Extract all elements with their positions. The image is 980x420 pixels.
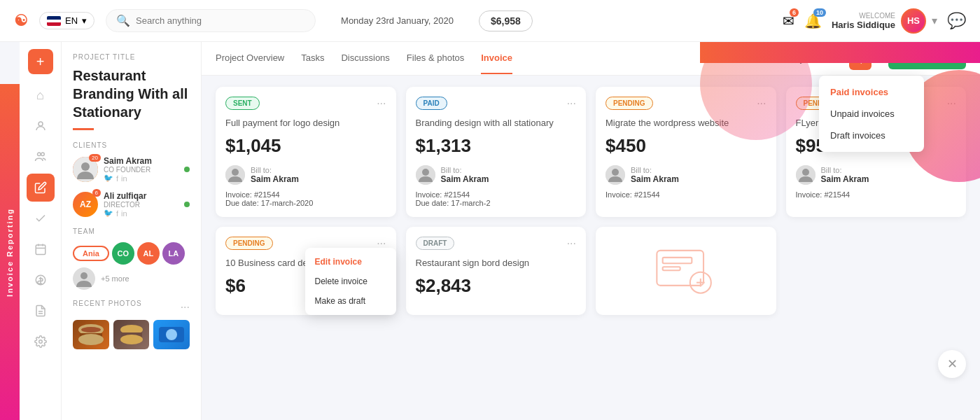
svg-rect-35 [662, 267, 680, 270]
client-badge-1: 20 [89, 154, 101, 162]
card-menu-2[interactable]: ··· [567, 97, 576, 110]
invoice-no-label-2: Invoice: [416, 190, 444, 199]
tab-discussions[interactable]: Discussions [341, 43, 389, 74]
status-badge-2: PAID [416, 97, 447, 110]
facebook-icon-2[interactable]: f [116, 209, 118, 218]
client-info-2: Ali zulfiqar DIRECTOR 🐦 f in [104, 191, 178, 218]
invoice-desc-3: Migrate the wordpress website [606, 117, 766, 130]
sidebar-item-settings[interactable] [27, 328, 55, 356]
lang-selector[interactable]: EN ▾ [39, 12, 94, 29]
bill-avatar-2 [416, 165, 435, 185]
client-name-2: Ali zulfiqar [104, 191, 178, 201]
twitter-icon[interactable]: 🐦 [104, 174, 113, 183]
bill-name-2: Saim Akram [441, 174, 489, 184]
context-draft[interactable]: Make as draft [305, 291, 396, 311]
team-section: TEAM Ania CO AL LA +5 more [73, 227, 190, 290]
tab-project-overview[interactable]: Project Overview [216, 43, 284, 74]
card-menu-1[interactable]: ··· [377, 97, 386, 110]
invoice-meta-1: Invoice: #21544 [225, 190, 386, 199]
svg-point-30 [612, 169, 619, 176]
welcome-label: WELCOME [832, 12, 895, 20]
team-member-1[interactable]: CO [112, 242, 134, 265]
card-menu-4[interactable]: ··· [947, 97, 956, 110]
main-layout: Invoice Reporting + ⌂ PROJECT TI [0, 42, 980, 420]
search-input[interactable] [136, 15, 305, 26]
main-content: Project Overview Tasks Discussions Files… [202, 42, 980, 420]
mail-button[interactable]: ✉ 6 [783, 13, 794, 29]
tab-invoice[interactable]: Invoice [481, 43, 512, 74]
clients-label: CLIENTS [73, 141, 190, 149]
invoice-desc-1: Full payment for logo design [225, 117, 386, 130]
team-member-4[interactable] [73, 267, 95, 290]
balance-badge: $6,958 [479, 10, 533, 31]
context-menu: Edit invoice Delete invoice Make as draf… [305, 248, 396, 315]
invoice-desc-2: Branding design with all stationary [416, 117, 577, 130]
chat-icon[interactable]: 💬 [947, 12, 966, 30]
add-button[interactable]: + [28, 49, 53, 74]
team-more: +5 more [101, 274, 130, 283]
sidebar-item-edit[interactable] [27, 174, 55, 202]
twitter-icon-2[interactable]: 🐦 [104, 209, 113, 218]
card-header-6: DRAFT ··· [416, 237, 577, 250]
svg-point-10 [38, 340, 42, 344]
dropdown-unpaid-invoices[interactable]: Unpaid invoices [819, 103, 924, 125]
team-label: TEAM [73, 227, 190, 235]
photos-more-icon[interactable]: ··· [181, 301, 190, 314]
facebook-icon[interactable]: f [116, 174, 118, 183]
welcome-area[interactable]: WELCOME Haris Siddique HS ▾ [832, 8, 937, 34]
sidebar-label-bar: Invoice Reporting [0, 84, 20, 420]
invoice-desc-6: Restaurant sign bord design [416, 257, 577, 270]
online-dot-2 [184, 202, 190, 207]
svg-point-32 [802, 169, 809, 176]
sidebar-item-doc[interactable] [27, 297, 55, 325]
client-actions-1: 🐦 f in [104, 174, 178, 183]
date-display: Monday 23rd January, 2020 [341, 15, 454, 26]
team-member-2[interactable]: AL [137, 242, 160, 265]
sidebar-item-check[interactable] [27, 204, 55, 232]
project-sidebar: PROJECT TITLE Restaurant Branding With a… [62, 42, 202, 420]
tab-tasks[interactable]: Tasks [301, 43, 324, 74]
bell-button[interactable]: 🔔 10 [804, 13, 822, 29]
mail-badge: 6 [790, 8, 799, 17]
invoice-amount-2: $1,313 [416, 135, 577, 157]
due-date-1: 17-march-2020 [261, 199, 314, 207]
client-name-1: Saim Akram [104, 156, 178, 166]
flag-icon [47, 16, 61, 26]
team-member-3[interactable]: LA [162, 242, 185, 265]
bill-name-4: Saim Akram [821, 174, 869, 184]
lang-label: EN [65, 15, 78, 26]
context-delete[interactable]: Delete invoice [305, 272, 396, 291]
card-menu-6[interactable]: ··· [567, 237, 576, 250]
photo-thumb-3 [153, 320, 190, 349]
recent-photos-section: RECENT PHOTOS ··· [73, 300, 190, 349]
filter-dropdown: Paid invoices Unpaid invoices Draft invo… [819, 76, 924, 152]
linkedin-icon-2[interactable]: in [121, 209, 127, 218]
sidebar-item-calendar[interactable] [27, 235, 55, 263]
context-edit[interactable]: Edit invoice [305, 252, 396, 272]
sidebar-label-text: Invoice Reporting [6, 208, 14, 297]
due-date-2: 17-march-2 [451, 199, 490, 207]
sidebar-item-dollar[interactable] [27, 266, 55, 294]
card-menu-3[interactable]: ··· [757, 97, 766, 110]
sidebar-item-dashboard[interactable]: ⌂ [27, 81, 55, 109]
invoice-card-illustration [596, 227, 776, 315]
status-badge-6: DRAFT [416, 237, 455, 250]
orange-bar [700, 42, 980, 63]
dropdown-draft-invoices[interactable]: Draft invoices [819, 125, 924, 146]
sidebar-item-user[interactable] [27, 112, 55, 140]
svg-point-0 [38, 122, 43, 126]
client-item: 20 Saim Akram CO FOUNDER 🐦 f in [73, 156, 190, 183]
invoice-illustration-icon [651, 243, 721, 299]
bill-to-label-4: Bill to: [821, 166, 869, 174]
avatar: HS [901, 8, 926, 34]
tab-files-photos[interactable]: Files & photos [407, 43, 464, 74]
invoice-no-label: Invoice: [225, 190, 254, 199]
bill-name-3: Saim Akram [631, 174, 679, 184]
linkedin-icon[interactable]: in [121, 174, 127, 183]
search-bar: 🔍 [106, 9, 316, 32]
invoice-meta-3: Invoice: #21544 [606, 190, 766, 199]
dropdown-paid-invoices[interactable]: Paid invoices [819, 81, 924, 103]
close-button[interactable]: ✕ [938, 350, 966, 378]
photo-grid [73, 320, 190, 349]
sidebar-item-team[interactable] [27, 143, 55, 171]
